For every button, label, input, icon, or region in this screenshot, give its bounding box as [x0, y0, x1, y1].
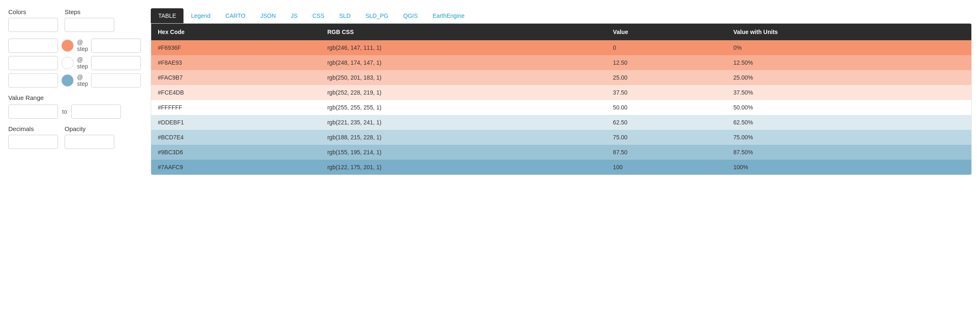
cell-value-1: 12.50: [606, 55, 727, 70]
left-panel: Colors 3 Steps 9 #F6936F @ step 1 #FFFFF…: [8, 8, 141, 149]
colors-input[interactable]: 3: [8, 18, 58, 32]
cell-rgb-5: rgb(221, 235, 241, 1): [321, 115, 606, 130]
col-value-units: Value with Units: [727, 24, 972, 40]
step-input-1[interactable]: 1: [91, 39, 141, 53]
table-header-row: Hex Code RGB CSS Value Value with Units: [151, 24, 971, 40]
col-rgb-css: RGB CSS: [321, 24, 606, 40]
color-hex-input-1[interactable]: #F6936F: [8, 39, 58, 53]
steps-field-group: Steps 9: [65, 8, 114, 32]
cell-hex-5: #DDEBF1: [151, 115, 321, 130]
table-row: #F6936Frgb(246, 147, 111, 1)00%: [151, 40, 971, 55]
range-row: 0 to 100: [8, 105, 141, 119]
cell-value_units-3: 37.50%: [727, 85, 972, 100]
cell-hex-2: #FAC9B7: [151, 70, 321, 85]
table-row: #F8AE93rgb(248, 174, 147, 1)12.5012.50%: [151, 55, 971, 70]
color-swatch-2[interactable]: [61, 57, 74, 69]
cell-value-4: 50.00: [606, 100, 727, 115]
cell-value-0: 0: [606, 40, 727, 55]
tab-legend[interactable]: Legend: [183, 8, 218, 23]
cell-value-6: 75.00: [606, 130, 727, 145]
cell-rgb-7: rgb(155, 195, 214, 1): [321, 145, 606, 160]
to-label: to: [62, 108, 67, 115]
col-hex-code: Hex Code: [151, 24, 321, 40]
table-row: #FFFFFFrgb(255, 255, 255, 1)50.0050.00%: [151, 100, 971, 115]
table-row: #9BC3D6rgb(155, 195, 214, 1)87.5087.50%: [151, 145, 971, 160]
cell-rgb-8: rgb(122, 175, 201, 1): [321, 160, 606, 175]
tab-qgis[interactable]: QGIS: [396, 8, 425, 23]
cell-value_units-0: 0%: [727, 40, 972, 55]
cell-rgb-3: rgb(252, 228, 219, 1): [321, 85, 606, 100]
cell-value_units-8: 100%: [727, 160, 972, 175]
decimals-input[interactable]: 2: [8, 135, 58, 149]
steps-label: Steps: [65, 8, 114, 15]
cell-value-2: 25.00: [606, 70, 727, 85]
at-step-label-3: @ step: [77, 74, 88, 87]
colors-field-group: Colors 3: [8, 8, 58, 32]
color-row-1: #F6936F @ step 1: [8, 39, 141, 53]
table-row: #BCD7E4rgb(188, 215, 228, 1)75.0075.00%: [151, 130, 971, 145]
table-row: #FAC9B7rgb(250, 201, 183, 1)25.0025.00%: [151, 70, 971, 85]
cell-rgb-4: rgb(255, 255, 255, 1): [321, 100, 606, 115]
decimals-field-group: Decimals 2: [8, 125, 58, 149]
cell-value-8: 100: [606, 160, 727, 175]
cell-hex-3: #FCE4DB: [151, 85, 321, 100]
tab-js[interactable]: JS: [283, 8, 305, 23]
cell-value_units-5: 62.50%: [727, 115, 972, 130]
decimals-opacity-row: Decimals 2 Opacity 1: [8, 125, 141, 149]
color-rows-container: #F6936F @ step 1 #FFFFFF @ step 5 #7AAFC…: [8, 39, 141, 88]
opacity-field-group: Opacity 1: [65, 125, 114, 149]
cell-value_units-6: 75.00%: [727, 130, 972, 145]
cell-rgb-1: rgb(248, 174, 147, 1): [321, 55, 606, 70]
cell-value_units-7: 87.50%: [727, 145, 972, 160]
color-table: Hex Code RGB CSS Value Value with Units …: [151, 24, 971, 175]
table-container: Hex Code RGB CSS Value Value with Units …: [151, 23, 972, 175]
colors-steps-row: Colors 3 Steps 9: [8, 8, 141, 32]
cell-rgb-0: rgb(246, 147, 111, 1): [321, 40, 606, 55]
opacity-input[interactable]: 1: [65, 135, 114, 149]
cell-hex-8: #7AAFC9: [151, 160, 321, 175]
at-step-label-2: @ step: [77, 56, 88, 70]
tab-css[interactable]: CSS: [305, 8, 332, 23]
color-row-2: #FFFFFF @ step 5: [8, 56, 141, 70]
color-row-3: #7AAFC9 @ step 9: [8, 73, 141, 88]
cell-rgb-6: rgb(188, 215, 228, 1): [321, 130, 606, 145]
cell-value-7: 87.50: [606, 145, 727, 160]
value-range-section: Value Range 0 to 100: [8, 94, 141, 119]
colors-label: Colors: [8, 8, 58, 15]
tab-carto[interactable]: CARTO: [218, 8, 253, 23]
cell-value-3: 37.50: [606, 85, 727, 100]
step-input-2[interactable]: 5: [91, 56, 141, 70]
tab-json[interactable]: JSON: [253, 8, 283, 23]
color-swatch-3[interactable]: [61, 74, 74, 87]
cell-rgb-2: rgb(250, 201, 183, 1): [321, 70, 606, 85]
color-swatch-1[interactable]: [61, 39, 74, 52]
cell-hex-7: #9BC3D6: [151, 145, 321, 160]
right-panel: TABLE Legend CARTO JSON JS CSS SLD SLD_P…: [151, 8, 972, 175]
tab-sld-pg[interactable]: SLD_PG: [358, 8, 396, 23]
tab-sld[interactable]: SLD: [332, 8, 358, 23]
cell-hex-1: #F8AE93: [151, 55, 321, 70]
tab-earthengine[interactable]: EarthEngine: [425, 8, 472, 23]
cell-value-5: 62.50: [606, 115, 727, 130]
cell-value_units-1: 12.50%: [727, 55, 972, 70]
cell-hex-4: #FFFFFF: [151, 100, 321, 115]
tab-table[interactable]: TABLE: [151, 8, 183, 23]
opacity-label: Opacity: [65, 125, 114, 132]
at-step-label-1: @ step: [77, 39, 88, 52]
color-hex-input-2[interactable]: #FFFFFF: [8, 56, 58, 70]
col-value: Value: [606, 24, 727, 40]
cell-hex-6: #BCD7E4: [151, 130, 321, 145]
steps-input[interactable]: 9: [65, 18, 114, 32]
color-hex-input-3[interactable]: #7AAFC9: [8, 73, 58, 88]
table-row: #FCE4DBrgb(252, 228, 219, 1)37.5037.50%: [151, 85, 971, 100]
tabs-container: TABLE Legend CARTO JSON JS CSS SLD SLD_P…: [151, 8, 972, 23]
range-from-input[interactable]: 0: [8, 105, 58, 119]
table-row: #DDEBF1rgb(221, 235, 241, 1)62.5062.50%: [151, 115, 971, 130]
decimals-label: Decimals: [8, 125, 58, 132]
step-input-3[interactable]: 9: [91, 73, 141, 88]
value-range-label: Value Range: [8, 94, 141, 101]
cell-value_units-4: 50.00%: [727, 100, 972, 115]
cell-value_units-2: 25.00%: [727, 70, 972, 85]
range-to-input[interactable]: 100: [71, 105, 121, 119]
cell-hex-0: #F6936F: [151, 40, 321, 55]
